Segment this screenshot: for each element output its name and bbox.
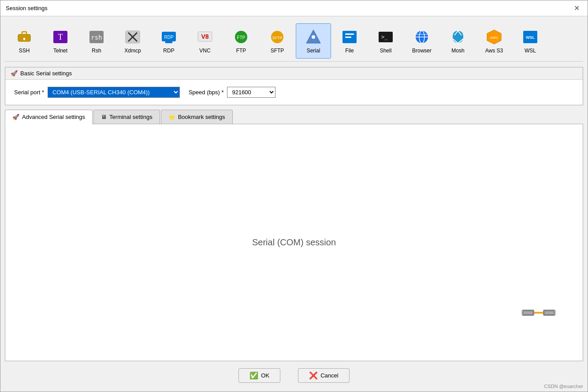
serial-port-label: Serial port *: [14, 89, 44, 96]
tabs-header: 🚀Advanced Serial settings🖥Terminal setti…: [5, 110, 583, 124]
svg-text:rsh: rsh: [91, 34, 102, 41]
svg-rect-39: [521, 311, 523, 312]
svg-point-20: [312, 35, 315, 39]
rsh-label: Rsh: [92, 48, 101, 54]
svg-text:V8: V8: [201, 33, 208, 40]
serial-label: Serial: [307, 48, 320, 54]
serial-session-label: Serial (COM) session: [252, 237, 336, 248]
svg-rect-23: [345, 37, 351, 38]
ftp-label: FTP: [236, 48, 246, 54]
mosh-label: Mosh: [451, 48, 464, 54]
wsl-icon: WSL: [521, 28, 539, 46]
telnet-label: Telnet: [53, 48, 67, 54]
svg-text:WSL: WSL: [526, 35, 535, 40]
svg-rect-2: [23, 38, 25, 40]
sftp-icon: SFTP: [268, 28, 286, 46]
svg-rect-42: [555, 313, 556, 314]
protocol-telnet[interactable]: TTelnet: [43, 23, 78, 59]
protocol-sftp[interactable]: SFTPSFTP: [260, 23, 295, 59]
basic-settings-header: 🚀 Basic Serial settings: [5, 67, 583, 80]
speed-select[interactable]: 9600192003840057600115200230400460800921…: [227, 87, 275, 98]
svg-text:>_: >_: [381, 34, 388, 40]
protocol-ftp[interactable]: FTPFTP: [223, 23, 259, 59]
speed-label: Speed (bps) *: [189, 89, 224, 96]
protocol-shell[interactable]: >_Shell: [368, 23, 403, 59]
awss3-label: Aws S3: [485, 48, 503, 54]
basic-serial-settings-box: 🚀 Basic Serial settings Serial port * CO…: [5, 67, 583, 105]
telnet-icon: T: [52, 28, 69, 46]
speed-group: Speed (bps) * 96001920038400576001152002…: [189, 87, 276, 98]
bookmark-tab-icon: ⭐: [168, 114, 175, 120]
svg-rect-36: [534, 312, 543, 314]
cancel-icon: ❌: [309, 371, 318, 380]
protocol-rsh[interactable]: rshRsh: [79, 23, 114, 59]
bookmark-tab-label: Bookmark settings: [178, 114, 225, 120]
protocol-wsl[interactable]: WSLWSL: [513, 23, 548, 59]
cancel-button[interactable]: ❌ Cancel: [298, 368, 349, 383]
ok-button[interactable]: ✅ OK: [238, 368, 280, 383]
basic-settings-title: Basic Serial settings: [20, 70, 72, 77]
mosh-icon: [449, 28, 467, 46]
protocol-strip: SSHTTelnetrshRshXdmcpRDPRDPV8VNCFTPFTPSF…: [5, 21, 583, 62]
xdmcp-label: Xdmcp: [124, 48, 141, 54]
svg-rect-41: [555, 311, 556, 312]
advanced-tab-icon: 🚀: [12, 114, 19, 120]
tab-terminal[interactable]: 🖥Terminal settings: [93, 110, 160, 124]
vnc-label: VNC: [199, 48, 210, 54]
protocol-mosh[interactable]: Mosh: [440, 23, 476, 59]
close-button[interactable]: ✕: [571, 4, 582, 13]
svg-rect-40: [521, 313, 523, 314]
terminal-tab-label: Terminal settings: [109, 114, 153, 120]
protocol-file[interactable]: File: [332, 23, 367, 59]
serial-port-group: Serial port * COM4 (USB-SERIAL CH340 (CO…: [14, 87, 180, 98]
session-settings-window: Session settings ✕ SSHTTelnetrshRshXdmcp…: [0, 0, 588, 392]
tabs-section: 🚀Advanced Serial settings🖥Terminal setti…: [5, 110, 583, 361]
window-title: Session settings: [6, 5, 48, 11]
svg-text:RDP: RDP: [164, 35, 173, 40]
serial-icon: [521, 297, 556, 334]
svg-text:AWS: AWS: [490, 36, 498, 40]
svg-rect-11: [165, 41, 172, 43]
serial-port-select[interactable]: COM4 (USB-SERIAL CH340 (COM4))COM1COM2CO…: [48, 87, 180, 98]
svg-rect-38: [545, 311, 554, 314]
watermark: CSDN @euarcher: [544, 384, 583, 389]
bottom-buttons: ✅ OK ❌ Cancel: [5, 361, 583, 387]
terminal-tab-icon: 🖥: [101, 114, 107, 120]
basic-settings-body: Serial port * COM4 (USB-SERIAL CH340 (CO…: [5, 80, 583, 105]
protocol-xdmcp[interactable]: Xdmcp: [115, 23, 150, 59]
ftp-icon: FTP: [232, 28, 250, 46]
tab-content: Serial (COM) session: [5, 124, 583, 361]
browser-label: Browser: [412, 48, 432, 54]
file-label: File: [345, 48, 354, 54]
protocol-serial[interactable]: Serial: [296, 23, 331, 59]
tab-bookmark[interactable]: ⭐Bookmark settings: [161, 110, 233, 124]
protocol-rdp[interactable]: RDPRDP: [151, 23, 186, 59]
svg-text:SFTP: SFTP: [272, 36, 282, 40]
file-icon: [341, 28, 358, 46]
title-bar: Session settings ✕: [0, 0, 588, 16]
rdp-icon: RDP: [160, 28, 178, 46]
svg-text:T: T: [58, 33, 63, 41]
tab-advanced[interactable]: 🚀Advanced Serial settings: [5, 110, 93, 124]
shell-label: Shell: [380, 48, 392, 54]
ssh-icon: [15, 28, 33, 46]
svg-rect-35: [524, 311, 532, 314]
xdmcp-icon: [124, 28, 141, 46]
rsh-icon: rsh: [88, 28, 105, 46]
shell-icon: >_: [377, 28, 394, 46]
main-area: 🚀 Basic Serial settings Serial port * CO…: [5, 67, 583, 361]
ok-icon: ✅: [249, 371, 258, 380]
ssh-label: SSH: [19, 48, 30, 54]
advanced-tab-label: Advanced Serial settings: [22, 114, 85, 120]
protocol-awss3[interactable]: AWSAws S3: [476, 23, 512, 59]
serial-icon: [305, 28, 322, 46]
sftp-label: SFTP: [271, 48, 284, 54]
protocol-ssh[interactable]: SSH: [7, 23, 42, 59]
basic-settings-icon: 🚀: [11, 70, 18, 77]
protocol-browser[interactable]: Browser: [404, 23, 439, 59]
wsl-label: WSL: [525, 48, 536, 54]
awss3-icon: AWS: [485, 28, 503, 46]
cancel-label: Cancel: [320, 372, 338, 379]
rdp-label: RDP: [163, 48, 174, 54]
protocol-vnc[interactable]: V8VNC: [187, 23, 223, 59]
